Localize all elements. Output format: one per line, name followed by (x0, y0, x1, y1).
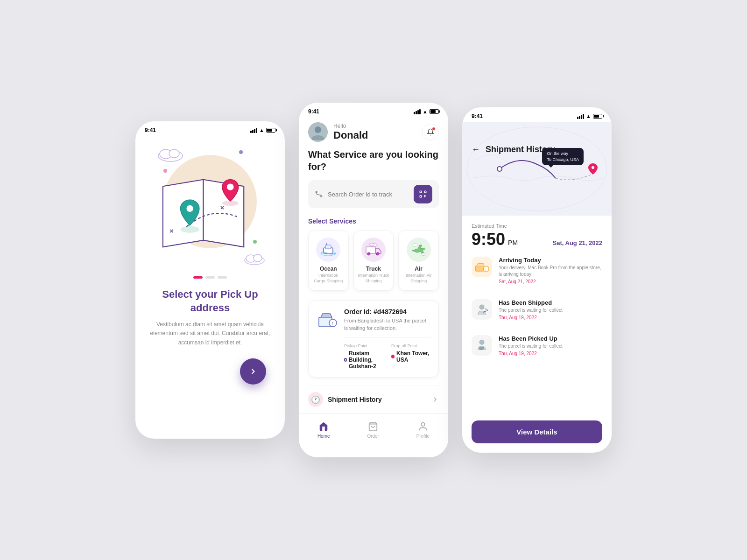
nav-order[interactable]: Order (359, 420, 387, 441)
status-time-1: 9:41 (145, 127, 156, 133)
wifi-icon-1: ▲ (259, 127, 264, 133)
next-button[interactable] (240, 358, 266, 385)
picked-up-icon (472, 335, 492, 356)
tooltip-line2: To Chicago, USA (547, 157, 579, 163)
air-service-icon (407, 238, 431, 262)
service-card-truck[interactable]: Truck Internation Truck Shipping (353, 231, 394, 291)
dropoff-label: Drop-off Point (391, 343, 431, 348)
phones-container: 9:41 ▲ (117, 75, 630, 485)
status-bar-2: 9:41 ▲ (299, 103, 448, 118)
status-icons-1: ▲ (250, 127, 275, 133)
battery-icon-3 (593, 114, 602, 119)
air-service-sub: Internation Air Shipping (402, 273, 435, 284)
scan-button[interactable] (414, 185, 432, 203)
select-services-label: Select Services (308, 217, 439, 225)
air-service-name: Air (415, 266, 423, 272)
connector-2 (482, 328, 482, 335)
order-description: From Bangladesh to USA the parcel is wai… (344, 317, 431, 332)
order-id: Order Id: #d4872694 (344, 308, 431, 315)
svg-text:↑: ↑ (485, 267, 487, 272)
order-icon-nav (368, 421, 378, 432)
phone3-lower: Estimated Time 9:50 PM Sat, Aug 21, 2022 (462, 216, 612, 451)
order-locations: Pickup Point Rustam Building, Gulshan-2 … (344, 337, 431, 370)
phone1-title: Select your Pick Up address (149, 288, 271, 315)
svg-text:×: × (220, 204, 224, 211)
wifi-icon-2: ▲ (423, 109, 428, 114)
illustration-area: × × (149, 141, 271, 272)
arriving-today-date: Sat, Aug 21, 2022 (499, 279, 602, 284)
svg-point-11 (227, 183, 233, 190)
service-card-air[interactable]: Air Internation Air Shipping (398, 231, 439, 291)
arriving-today-desc: Your delivery, Mac Book Pro from the app… (499, 265, 602, 278)
notification-dot (432, 127, 436, 131)
svg-point-2 (169, 149, 179, 158)
order-card: ↑ Order Id: #d4872694 From Bangladesh to… (308, 300, 439, 378)
svg-rect-18 (420, 196, 422, 197)
svg-point-42 (479, 340, 484, 344)
svg-point-5 (254, 254, 262, 262)
nav-profile[interactable]: Profile (409, 420, 437, 441)
on-the-way-tooltip: On the way To Chicago, USA (542, 148, 584, 165)
order-info: Order Id: #d4872694 From Bangladesh to U… (344, 308, 431, 370)
header-row: Hello Donald (308, 118, 439, 148)
status-time-3: 9:41 (472, 113, 483, 119)
service-question: What Service are you looking for? (308, 148, 439, 173)
pickup-label: Pickup Point (344, 343, 384, 348)
connector-1 (482, 292, 482, 299)
search-input[interactable] (328, 191, 409, 198)
svg-text:↑: ↑ (331, 321, 334, 326)
search-bar (308, 180, 439, 208)
shipped-content: Has Been Shipped The parcel is waiting f… (499, 299, 602, 320)
cloud-icon-2 (243, 251, 266, 267)
cloud-icon-1 (156, 146, 184, 164)
estimated-date: Sat, Aug 21, 2022 (553, 239, 602, 246)
shipped-desc: The parcel is waiting for collect (499, 307, 602, 314)
svg-point-27 (369, 243, 374, 246)
battery-icon-2 (430, 109, 439, 114)
greeting-hello: Hello (333, 123, 422, 129)
picked-up-content: Has Been Picked Up The parcel is waiting… (499, 335, 602, 356)
svg-rect-38 (476, 266, 484, 272)
truck-service-icon (361, 238, 386, 262)
service-card-ocean[interactable]: Ocean Internation Cargo Shipping (308, 231, 349, 291)
nav-home-label: Home (317, 434, 330, 439)
phone1-content: × × Select your Pick Up address (135, 136, 285, 437)
view-details-button[interactable]: View Details (472, 420, 602, 443)
clock-icon: 🕐 (308, 392, 323, 407)
status-icons-3: ▲ (577, 113, 602, 119)
map-background: ← Shipment History On the way To Chicago… (462, 122, 612, 216)
back-button[interactable]: ← (472, 145, 480, 154)
arriving-today-icon: ↑ (472, 257, 492, 277)
ocean-service-name: Ocean (320, 266, 337, 272)
svg-rect-21 (325, 245, 331, 249)
svg-point-14 (316, 191, 317, 193)
status-bar-3: 9:41 ▲ (462, 107, 612, 122)
truck-service-name: Truck (366, 266, 381, 272)
nav-home[interactable]: Home (310, 420, 338, 441)
svg-point-25 (376, 252, 379, 255)
svg-point-37 (592, 166, 594, 169)
event-picked-up: Has Been Picked Up The parcel is waiting… (472, 335, 602, 356)
svg-point-9 (186, 205, 193, 212)
svg-point-8 (180, 226, 199, 232)
svg-point-41 (479, 305, 484, 309)
greeting-name: Donald (333, 129, 422, 141)
svg-point-29 (422, 253, 425, 256)
shipment-history-row[interactable]: 🕐 Shipment History (308, 385, 439, 413)
svg-text:×: × (169, 227, 173, 235)
svg-point-36 (497, 167, 502, 171)
shipped-icon (472, 299, 492, 320)
wifi-icon-3: ▲ (586, 113, 591, 119)
profile-icon-nav (418, 421, 428, 432)
phone2-content: Hello Donald What Service are you lookin… (299, 118, 448, 413)
phone1-description: Vestibulum ac diam sit amet quam vehicul… (149, 320, 271, 347)
phone3-content: ← Shipment History On the way To Chicago… (462, 122, 612, 451)
notification-bell[interactable] (422, 124, 439, 140)
svg-point-28 (413, 244, 417, 246)
phone-1: 9:41 ▲ (135, 121, 285, 439)
picked-up-desc: The parcel is waiting for collect (499, 343, 602, 350)
chevron-right-icon (431, 396, 439, 403)
timeline-events: ↑ Arriving Today Your delivery, Mac Book… (472, 257, 602, 417)
shipped-title: Has Been Shipped (499, 299, 602, 306)
home-icon (318, 421, 329, 432)
